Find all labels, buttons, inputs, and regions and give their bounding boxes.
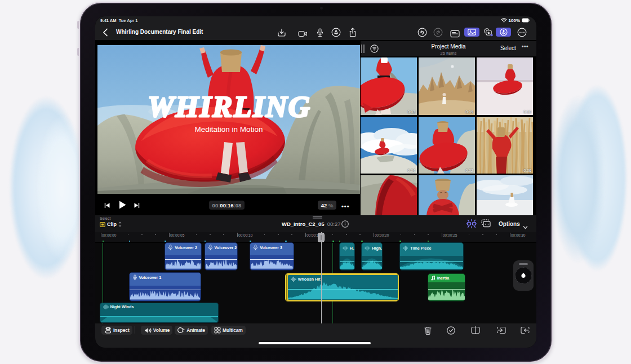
svg-text:Meditation in Motion: Meditation in Motion <box>195 125 263 134</box>
svg-text:WHIRLING: WHIRLING <box>148 90 310 123</box>
